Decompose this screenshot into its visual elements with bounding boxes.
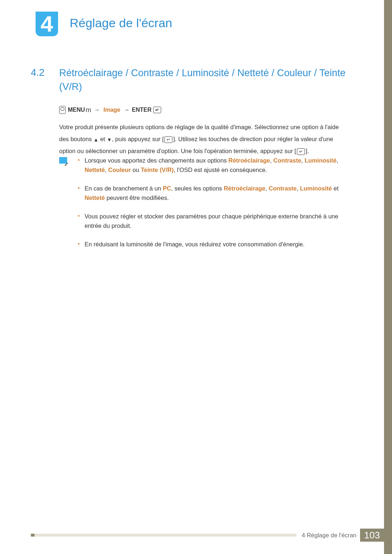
note-highlight: Luminosité [305,157,336,164]
note-item: Lorsque vous apportez des changements au… [78,156,346,175]
note-highlight: Netteté [85,167,105,173]
nav-enter: ENTER [132,107,151,113]
note-item: En cas de branchement à un PC, seules le… [78,184,346,202]
section-title: Rétroéclairage / Contraste / Luminosité … [59,66,347,94]
note-text: , l'OSD est ajusté en conséquence. [173,167,267,173]
enter-icon: ↵ [164,136,172,143]
section-number: 4.2 [31,66,59,78]
body-paragraph: Votre produit présente plusieurs options… [59,121,346,157]
note-text: , [301,157,305,164]
note-text: , [336,157,338,164]
note-text: , [270,157,273,164]
side-accent-bar [384,0,392,554]
note-list: Lorsque vous apportez des changements au… [78,156,346,259]
footer-chapter-label: 4 Réglage de l'écran [302,532,356,539]
arrow-icon: → [124,107,130,113]
note-text: ou [131,167,141,173]
chapter-number: 4 [41,13,53,35]
nav-menu: MENU [68,107,85,113]
body-text-1e: ]. [306,148,309,154]
enter-icon: ↵ [297,148,305,155]
note-icon [59,157,67,164]
footer-progress-bar [31,534,297,537]
note-highlight: Contraste [269,185,297,192]
page-footer: 4 Réglage de l'écran 103 [31,529,384,542]
note-highlight: Contraste [273,157,301,164]
body-text-1c: , puis appuyez sur [ [112,136,164,142]
note-text: , seules les options [171,185,224,192]
note-text: Lorsque vous apportez des changements au… [85,157,228,164]
nav-breadcrumb: MENU m → Image → ENTER ↵ [59,106,161,114]
chapter-title: Réglage de l'écran [70,16,172,30]
note-item: En réduisant la luminosité de l'image, v… [78,240,346,249]
note-highlight: PC [163,185,171,192]
triangle-up-icon: ▲ [94,137,99,143]
note-text: En cas de branchement à un [85,185,163,192]
note-highlight: Netteté [85,194,105,201]
enter-icon: ↵ [153,107,161,113]
note-text: , [105,167,108,173]
body-text-1b: et [98,136,107,142]
note-text: , [265,185,269,192]
note-highlight: Teinte (V/R) [141,167,173,173]
page-number: 103 [360,529,384,542]
section-heading: 4.2 Rétroéclairage / Contraste / Luminos… [31,66,347,94]
chapter-tab: 4 [36,12,58,36]
note-highlight: Rétroéclairage [224,185,265,192]
nav-menu-m: m [86,106,91,114]
note-item: Vous pouvez régler et stocker des paramè… [78,212,346,230]
note-highlight: Couleur [108,167,131,173]
remote-icon [59,106,66,114]
nav-image: Image [103,107,120,113]
footer-progress-fill [31,534,34,537]
note-text: et [332,185,338,192]
note-highlight: Luminosité [300,185,332,192]
note-highlight: Rétroéclairage [228,157,270,164]
note-text: peuvent être modifiées. [105,194,169,201]
arrow-icon: → [94,107,100,113]
triangle-down-icon: ▼ [107,137,112,143]
note-block: Lorsque vous apportez des changements au… [59,156,346,259]
